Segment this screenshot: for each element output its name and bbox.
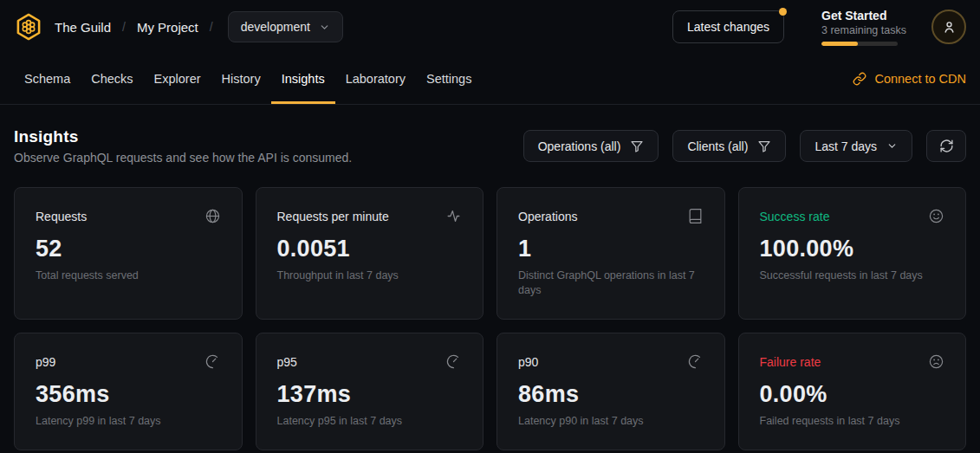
- tab-insights[interactable]: Insights: [271, 54, 335, 104]
- tab-laboratory[interactable]: Laboratory: [335, 54, 416, 104]
- card-title: Operations: [518, 208, 577, 223]
- notification-dot: [779, 8, 787, 16]
- operations-filter-button[interactable]: Operations (all): [523, 130, 659, 162]
- card-description: Successful requests in last 7 days: [760, 269, 945, 283]
- stat-card-rpm: Requests per minute 0.0051 Throughput in…: [256, 187, 484, 320]
- clients-filter-button[interactable]: Clients (all): [672, 130, 786, 162]
- link-icon: [853, 72, 866, 86]
- get-started-title: Get Started: [821, 9, 898, 23]
- card-title: Failure rate: [760, 353, 821, 369]
- insights-page: Insights Observe GraphQL requests and se…: [0, 105, 980, 453]
- clients-filter-label: Clients (all): [687, 139, 748, 153]
- filters-bar: Operations (all) Clients (all) Last 7 da…: [523, 130, 966, 162]
- gauge-icon: [445, 353, 462, 370]
- operations-filter-label: Operations (all): [538, 139, 621, 153]
- gauge-icon: [687, 353, 704, 370]
- card-value: 86ms: [518, 381, 704, 408]
- card-title: Success rate: [760, 208, 830, 223]
- get-started-progress-track: [821, 42, 898, 46]
- card-value: 356ms: [36, 381, 221, 408]
- get-started-subtitle: 3 remaining tasks: [821, 24, 898, 36]
- breadcrumb-org[interactable]: The Guild: [55, 20, 111, 35]
- tab-schema[interactable]: Schema: [14, 54, 81, 104]
- card-description: Latency p99 in last 7 days: [36, 414, 221, 429]
- breadcrumb-separator: /: [210, 20, 213, 34]
- stat-card-p95: p95 137ms Latency p95 in last 7 days: [256, 333, 484, 450]
- card-value: 0.00%: [760, 381, 945, 408]
- tab-explorer[interactable]: Explorer: [144, 54, 211, 104]
- breadcrumb-separator: /: [122, 20, 126, 34]
- tab-settings[interactable]: Settings: [416, 54, 482, 104]
- stat-card-p90: p90 86ms Latency p90 in last 7 days: [496, 333, 725, 450]
- refresh-button[interactable]: [926, 130, 966, 162]
- card-title: p90: [518, 353, 538, 369]
- activity-icon: [445, 208, 462, 224]
- connect-to-cdn-link[interactable]: Connect to CDN: [853, 54, 966, 104]
- book-icon: [687, 208, 704, 224]
- chevron-down-icon: [886, 140, 898, 152]
- card-value: 100.00%: [760, 236, 945, 262]
- app-header: The Guild / My Project / development Lat…: [0, 0, 980, 54]
- stat-card-failure-rate: Failure rate 0.00% Failed requests in la…: [738, 333, 967, 450]
- environment-selector-value: development: [241, 20, 310, 34]
- tab-history[interactable]: History: [211, 54, 271, 104]
- stat-card-operations: Operations 1 Distinct GraphQL operations…: [496, 187, 725, 320]
- stats-grid: Requests 52 Total requests served Reques…: [14, 187, 966, 450]
- card-description: Total requests served: [36, 269, 221, 283]
- card-description: Distinct GraphQL operations in last 7 da…: [518, 269, 704, 298]
- date-range-selector[interactable]: Last 7 days: [800, 130, 912, 162]
- card-description: Latency p90 in last 7 days: [518, 414, 704, 429]
- get-started-widget[interactable]: Get Started 3 remaining tasks: [821, 9, 898, 46]
- stat-card-success-rate: Success rate 100.00% Successful requests…: [738, 187, 967, 320]
- card-title: p95: [277, 353, 297, 369]
- filter-icon: [757, 139, 771, 153]
- card-description: Latency p95 in last 7 days: [277, 414, 463, 429]
- frown-icon: [928, 353, 944, 370]
- card-title: Requests: [36, 208, 87, 223]
- page-title: Insights: [14, 127, 352, 146]
- card-title: p99: [36, 353, 55, 369]
- tab-checks[interactable]: Checks: [81, 54, 143, 104]
- page-subtitle: Observe GraphQL requests and see how the…: [14, 151, 352, 165]
- stat-card-requests: Requests 52 Total requests served: [14, 187, 243, 320]
- smile-icon: [928, 208, 944, 224]
- refresh-icon: [939, 139, 954, 153]
- person-icon: [941, 19, 957, 36]
- card-value: 52: [36, 236, 221, 262]
- get-started-progress-fill: [821, 42, 858, 46]
- card-value: 137ms: [277, 381, 463, 408]
- chevron-down-icon: [319, 22, 330, 33]
- globe-icon: [204, 208, 221, 224]
- project-nav: Schema Checks Explorer History Insights …: [0, 54, 980, 105]
- latest-changes-button[interactable]: Latest changes: [672, 10, 784, 43]
- latest-changes-label: Latest changes: [687, 20, 769, 34]
- guild-hexagon-logo[interactable]: [14, 12, 43, 42]
- environment-selector[interactable]: development: [228, 11, 343, 42]
- card-title: Requests per minute: [277, 208, 389, 223]
- card-value: 1: [518, 236, 704, 262]
- gauge-icon: [204, 353, 221, 370]
- connect-to-cdn-label: Connect to CDN: [874, 72, 966, 86]
- page-title-block: Insights Observe GraphQL requests and se…: [14, 127, 352, 165]
- filter-icon: [630, 139, 644, 153]
- card-value: 0.0051: [277, 236, 463, 262]
- user-avatar[interactable]: [931, 10, 966, 44]
- card-description: Throughput in last 7 days: [277, 269, 463, 283]
- card-description: Failed requests in last 7 days: [760, 414, 945, 429]
- breadcrumb-project[interactable]: My Project: [137, 20, 198, 35]
- stat-card-p99: p99 356ms Latency p99 in last 7 days: [14, 333, 243, 450]
- date-range-value: Last 7 days: [815, 139, 877, 153]
